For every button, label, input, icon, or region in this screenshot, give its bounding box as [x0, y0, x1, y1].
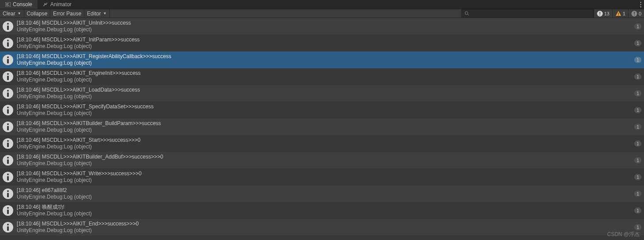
svg-rect-34: [7, 126, 9, 130]
svg-rect-31: [7, 109, 9, 114]
kebab-menu[interactable]: [637, 0, 644, 9]
log-message: [18:10:46] MSCDLL>>>AIKITBuilder_BuildPa…: [17, 120, 634, 127]
console-icon: [5, 2, 11, 7]
log-entry[interactable]: [18:10:46] MSCDLL>>>AIKITBuilder_BuildPa…: [0, 118, 644, 135]
tab-animator[interactable]: Animator: [37, 0, 77, 9]
info-icon: [2, 121, 14, 133]
chevron-down-icon: ▼: [18, 11, 21, 15]
count-value: 13: [604, 11, 610, 16]
log-count-badge: 1: [634, 23, 641, 30]
log-entry[interactable]: [18:10:46] MSCDLL>>>AIKIT_RegisterAbilit…: [0, 52, 644, 68]
collapse-button[interactable]: Collapse: [24, 9, 51, 18]
log-count-badge: 1: [634, 207, 641, 214]
log-message: [18:10:46] MSCDLL>>>AIKIT_Write>>>succes…: [17, 170, 634, 177]
tab-label: Animator: [50, 1, 71, 7]
log-entry[interactable]: [18:10:46] MSCDLL>>>AIKIT_EngineInit>>>s…: [0, 68, 644, 85]
log-entry[interactable]: [18:10:46] MSCDLL>>>AIKIT_UnInit>>>succe…: [0, 18, 644, 35]
svg-rect-52: [7, 226, 9, 231]
clear-button[interactable]: Clear ▼: [0, 9, 24, 18]
tab-console[interactable]: Console: [0, 0, 37, 9]
log-count-badge: 1: [634, 90, 641, 96]
log-body: [18:10:46] MSCDLL>>>AIKIT_Write>>>succes…: [17, 170, 634, 184]
log-body: [18:10:46] MSCDLL>>>AIKIT_LoadData>>>suc…: [17, 87, 634, 100]
info-icon: [2, 188, 14, 200]
log-message: [18:10:46] MSCDLL>>>AIKIT_RegisterAbilit…: [17, 53, 634, 60]
log-message: [18:10:46] MSCDLL>>>AIKIT_UnInit>>>succe…: [17, 20, 634, 26]
log-list[interactable]: [18:10:46] MSCDLL>>>AIKIT_UnInit>>>succe…: [0, 18, 644, 240]
log-count-badge: 1: [634, 157, 641, 163]
log-body: [18:10:46] MSCDLL>>>AIKIT_EngineInit>>>s…: [17, 70, 634, 83]
error-pause-button[interactable]: Error Pause: [50, 9, 84, 18]
warning-icon: !: [615, 11, 622, 17]
log-entry[interactable]: [18:10:46] MSCDLL>>>AIKIT_LoadData>>>suc…: [0, 85, 644, 102]
animator-icon: [43, 2, 48, 7]
svg-point-15: [7, 23, 9, 25]
search-input[interactable]: [471, 11, 591, 16]
svg-rect-46: [7, 193, 9, 197]
log-entry[interactable]: [18:10:46] MSCDLL>>>AIKIT_SpecifyDataSet…: [0, 102, 644, 118]
log-count-badge: 1: [634, 191, 641, 197]
chevron-down-icon: ▼: [103, 11, 107, 15]
svg-point-39: [7, 157, 9, 159]
log-body: [18:10:46] 唤醒成功! UnityEngine.Debug:Log (…: [17, 204, 634, 217]
info-icon: [2, 37, 14, 49]
tab-spacer: [77, 0, 637, 9]
log-count-badge: 1: [634, 140, 641, 147]
log-stacktrace: UnityEngine.Debug:Log (object): [17, 77, 634, 83]
log-entry[interactable]: [18:10:46] e867a88f2 UnityEngine.Debug:L…: [0, 185, 644, 202]
log-entry[interactable]: [18:10:46] MSCDLL>>>AIKITBuilder_AddBuf>…: [0, 152, 644, 169]
info-counter[interactable]: ! 13: [594, 9, 612, 18]
svg-rect-40: [7, 159, 9, 164]
button-label: Clear: [3, 11, 15, 17]
log-message: [18:10:46] MSCDLL>>>AIKIT_InitParam>>>su…: [17, 37, 634, 43]
svg-rect-37: [7, 143, 9, 147]
log-entry[interactable]: [18:10:46] 唤醒成功! UnityEngine.Debug:Log (…: [0, 202, 644, 219]
log-entry[interactable]: [18:10:46] MSCDLL>>>AIKIT_Start>>>succes…: [0, 135, 644, 152]
log-message: [18:10:46] MSCDLL>>>AIKITBuilder_AddBuf>…: [17, 154, 634, 160]
svg-point-30: [7, 107, 9, 108]
count-value: 0: [639, 11, 641, 16]
svg-rect-19: [7, 42, 9, 47]
svg-point-21: [7, 56, 9, 58]
svg-point-18: [7, 40, 9, 41]
log-body: [18:10:46] MSCDLL>>>AIKIT_RegisterAbilit…: [17, 53, 634, 66]
svg-point-7: [465, 11, 468, 14]
log-count-badge: 1: [634, 74, 641, 80]
svg-rect-25: [7, 76, 9, 80]
log-message: [18:10:46] MSCDLL>>>AIKIT_LoadData>>>suc…: [17, 87, 634, 93]
log-stacktrace: UnityEngine.Debug:Log (object): [17, 110, 634, 117]
search-box[interactable]: [461, 9, 594, 18]
log-body: [18:10:46] MSCDLL>>>AIKIT_SpecifyDataSet…: [17, 103, 634, 117]
svg-rect-43: [7, 176, 9, 181]
warning-counter[interactable]: ! 1: [612, 9, 628, 18]
log-count-badge: 1: [634, 107, 641, 113]
button-label: Collapse: [27, 11, 48, 17]
log-count-badge: 1: [634, 224, 641, 230]
log-message: [18:10:46] e867a88f2: [17, 187, 634, 194]
svg-point-27: [7, 90, 9, 92]
log-body: [18:10:46] MSCDLL>>>AIKIT_End>>>success>…: [17, 221, 634, 234]
info-icon: [2, 54, 14, 66]
log-stacktrace: UnityEngine.Debug:Log (object): [17, 43, 634, 50]
log-entry[interactable]: [18:10:46] MSCDLL>>>AIKIT_Write>>>succes…: [0, 169, 644, 185]
search-icon: [464, 11, 469, 16]
svg-point-45: [7, 190, 9, 192]
log-body: [18:10:46] MSCDLL>>>AIKITBuilder_BuildPa…: [17, 120, 634, 133]
log-body: [18:10:46] MSCDLL>>>AIKIT_UnInit>>>succe…: [17, 20, 634, 33]
log-stacktrace: UnityEngine.Debug:Log (object): [17, 144, 634, 150]
info-icon: [2, 20, 14, 33]
log-entry[interactable]: [18:10:46] MSCDLL>>>AIKIT_End>>>success>…: [0, 219, 644, 236]
log-message: [18:10:46] MSCDLL>>>AIKIT_Start>>>succes…: [17, 137, 634, 144]
error-counter[interactable]: ! 0: [628, 9, 644, 18]
svg-point-4: [640, 2, 641, 3]
log-entry[interactable]: [18:10:46] MSCDLL>>>AIKIT_InitParam>>>su…: [0, 35, 644, 52]
button-label: Error Pause: [53, 11, 81, 17]
svg-text:!: !: [618, 12, 619, 16]
log-message: [18:10:46] MSCDLL>>>AIKIT_SpecifyDataSet…: [17, 103, 634, 110]
info-icon: [2, 87, 14, 100]
log-message: [18:10:46] MSCDLL>>>AIKIT_End>>>success>…: [17, 221, 634, 227]
editor-dropdown[interactable]: Editor ▼: [84, 9, 109, 18]
svg-line-8: [468, 14, 469, 15]
info-icon: [2, 70, 14, 83]
tab-label: Console: [13, 1, 32, 7]
